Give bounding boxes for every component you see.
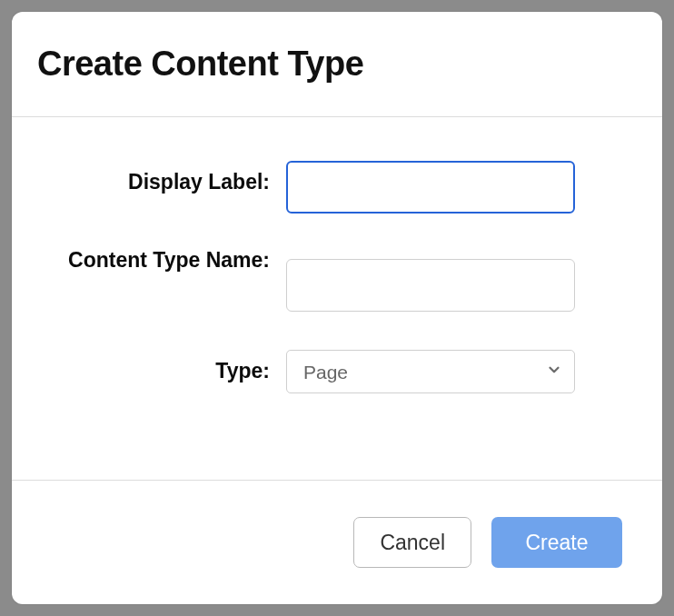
display-label-control bbox=[286, 161, 575, 214]
content-type-name-label: Content Type Name: bbox=[45, 239, 270, 274]
type-label: Type: bbox=[45, 350, 270, 385]
display-label-input[interactable] bbox=[286, 161, 575, 214]
type-select[interactable]: Page bbox=[286, 350, 575, 393]
display-label-label: Display Label: bbox=[45, 161, 270, 196]
dialog-footer: Cancel Create bbox=[12, 480, 662, 604]
dialog-body: Display Label: Content Type Name: Type: … bbox=[12, 117, 662, 480]
cancel-button[interactable]: Cancel bbox=[353, 517, 471, 568]
create-button[interactable]: Create bbox=[491, 517, 622, 568]
dialog-header: Create Content Type bbox=[12, 12, 662, 117]
type-select-wrap: Page bbox=[286, 350, 575, 393]
form-row-type: Type: Page bbox=[45, 350, 629, 393]
form-row-content-type-name: Content Type Name: bbox=[45, 239, 629, 312]
content-type-name-input[interactable] bbox=[286, 259, 575, 312]
content-type-name-control bbox=[286, 239, 575, 312]
form-row-display-label: Display Label: bbox=[45, 161, 629, 214]
type-control: Page bbox=[286, 350, 575, 393]
create-content-type-dialog: Create Content Type Display Label: Conte… bbox=[12, 12, 662, 604]
dialog-title: Create Content Type bbox=[37, 45, 637, 84]
